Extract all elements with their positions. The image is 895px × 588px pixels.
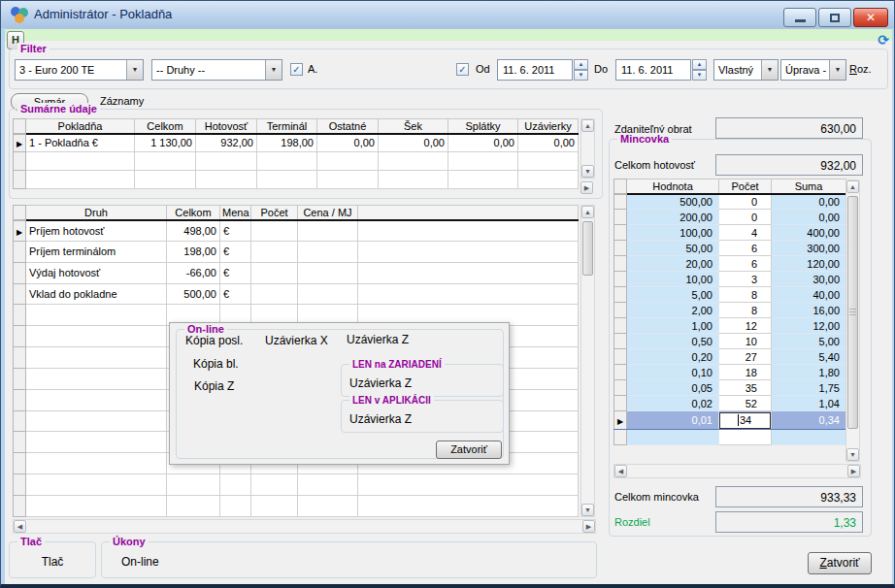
tlac-group-label: Tlač <box>17 536 45 548</box>
scroll-up-icon[interactable]: ▲ <box>581 206 594 218</box>
range-combo[interactable]: Vlastný ▼ <box>713 59 779 81</box>
scroll-right-icon[interactable]: ▶ <box>847 465 860 477</box>
ukony-group-label: Úkony <box>110 536 149 548</box>
detail-row[interactable]: ▶ Príjem hotovosť498,00€ <box>14 220 579 242</box>
maximize-icon <box>830 14 840 22</box>
register-combo[interactable]: 3 - Euro 200 TE ▼ <box>15 59 144 81</box>
mincovka-hscrollbar[interactable]: ◀ ▶ <box>613 464 861 478</box>
online-command[interactable]: On-line <box>121 555 159 569</box>
summary-row[interactable]: ▶ 1 - Pokladňa €1 130,00932,00 198,000,0… <box>14 134 579 152</box>
kopia-bl-command[interactable]: Kópia bl. <box>193 357 239 371</box>
date-to-spinner[interactable]: ▲ ▼ <box>692 59 707 81</box>
row-marker-icon: ▶ <box>17 228 22 237</box>
range-combo-value: Vlastný <box>714 60 761 80</box>
detail-header-row: DruhCelkom MenaPočet Cena / MJ <box>14 206 579 220</box>
rozdiel-label: Rozdiel <box>614 516 650 528</box>
summary-header-row: PokladňaCelkom HotovosťTerminál OstatnéŠ… <box>14 119 579 134</box>
detail-vscroll-thumb[interactable] <box>582 221 593 276</box>
detail-hscrollbar[interactable]: ◀ ▶ <box>13 519 596 534</box>
mincovka-vscroll-thumb[interactable] <box>847 196 858 429</box>
scroll-right-icon[interactable]: ▶ <box>582 520 595 533</box>
mincovka-row[interactable]: 500,00 0 0,00 <box>614 194 846 210</box>
thumb-grip-icon <box>849 309 856 316</box>
mincovka-row[interactable]: 0,05 35 1,75 <box>614 380 846 396</box>
row-marker-icon: ▶ <box>617 417 623 426</box>
sort-combo[interactable]: Úprava - dátum ▼ <box>780 59 846 81</box>
mincovka-row[interactable]: 0,20 27 5,40 <box>614 349 846 365</box>
mincovka-group-label: Mincovka <box>617 133 672 146</box>
summary-hscroll-right-icon[interactable]: ▶ <box>580 181 593 194</box>
kopia-z-command[interactable]: Kópia Z <box>194 379 234 393</box>
spin-down-icon[interactable]: ▼ <box>574 70 588 81</box>
summary-table: PokladňaCelkom HotovosťTerminál OstatnéŠ… <box>13 118 579 189</box>
uzavierka-z-app-command[interactable]: Uzávierka Z <box>349 412 412 426</box>
pocet-edit-input[interactable]: 34 <box>719 412 771 429</box>
spin-up-icon[interactable]: ▲ <box>574 59 588 70</box>
summary-vscrollbar[interactable]: ▲ ▼ <box>580 118 595 179</box>
zatvorit-button[interactable]: Zatvoriť <box>808 552 872 574</box>
mincovka-row[interactable]: 0,10 18 1,80 <box>614 365 846 380</box>
title-bar[interactable]: Administrátor - Pokladňa ✕ <box>1 1 894 28</box>
spin-up-icon[interactable]: ▲ <box>692 59 707 70</box>
scroll-left-icon[interactable]: ◀ <box>614 465 627 477</box>
uzavierka-x-command[interactable]: Uzávierka X <box>265 334 328 347</box>
detail-row[interactable]: ▶ <box>14 495 579 516</box>
mincovka-row[interactable]: 0,50 10 5,00 <box>614 334 846 349</box>
mincovka-row[interactable]: 0,02 52 1,04 <box>614 396 846 411</box>
scroll-up-icon[interactable]: ▲ <box>581 119 594 132</box>
mincovka-row[interactable]: 2,00 8 16,00 <box>614 303 846 318</box>
summary-row[interactable]: ▶ <box>14 171 579 189</box>
maximize-button[interactable] <box>818 8 851 27</box>
mincovka-row[interactable]: 100,00 4 400,00 <box>614 225 846 241</box>
mincovka-row[interactable]: 50,00 6 300,00 <box>614 241 846 256</box>
refresh-icon[interactable]: ⟳ <box>875 31 892 49</box>
spin-down-icon[interactable]: ▼ <box>692 70 707 81</box>
mincovka-row[interactable]: 20,00 6 120,00 <box>614 256 846 272</box>
date-range-checkbox[interactable]: ✓ <box>456 63 469 76</box>
mincovka-row[interactable]: 1,00 12 12,00 <box>614 318 846 334</box>
len-na-zariadeni-label: LEN na ZARIADENÍ <box>349 358 445 371</box>
detail-row[interactable]: ▶ Vklad do pokladne500,00€ <box>14 283 579 305</box>
close-button[interactable]: ✕ <box>853 8 888 27</box>
tlac-command[interactable]: Tlač <box>10 555 95 569</box>
a-checkbox-label: A. <box>308 63 317 75</box>
kopia-posl-command[interactable]: Kópia posl. <box>185 334 243 347</box>
scroll-left-icon[interactable]: ◀ <box>14 520 26 533</box>
chevron-down-icon[interactable]: ▼ <box>829 60 845 80</box>
celkom-mincovka-label: Celkom mincovka <box>614 491 699 503</box>
mincovka-empty-row <box>614 430 846 445</box>
tab-zaznamy[interactable]: Záznamy <box>100 95 144 107</box>
chevron-down-icon[interactable]: ▼ <box>126 60 143 80</box>
roz-link[interactable]: Roz. <box>849 63 872 75</box>
mincovka-row[interactable]: 10,00 3 30,00 <box>614 272 846 287</box>
chevron-down-icon[interactable]: ▼ <box>265 60 282 80</box>
popup-zatvorit-button[interactable]: Zatvoriť <box>436 441 502 459</box>
detail-row[interactable]: ▶ Príjem terminálom198,00€ <box>14 241 579 262</box>
len-v-aplikacii-label: LEN v APLIKÁCII <box>349 394 434 407</box>
len-v-aplikacii-group: LEN v APLIKÁCII Uzávierka Z <box>341 400 504 433</box>
ukony-group: Úkony On-line <box>101 541 597 578</box>
scroll-down-icon[interactable]: ▼ <box>581 165 594 178</box>
mincovka-vscrollbar[interactable]: ▲ ▼ <box>845 180 860 462</box>
date-to-field[interactable]: 11. 6. 2011 <box>615 59 691 81</box>
minimize-button[interactable] <box>783 8 816 27</box>
detail-row[interactable]: ▶ Výdaj hotovosť-66,00€ <box>14 262 579 283</box>
summary-row[interactable]: ▶ <box>14 152 579 171</box>
celkom-hotovost-value: 932,00 <box>715 154 863 176</box>
a-checkbox[interactable]: ✓ <box>290 63 303 76</box>
mincovka-row[interactable]: 5,00 8 40,00 <box>614 287 846 303</box>
scroll-down-icon[interactable]: ▼ <box>846 448 859 461</box>
detail-row[interactable]: ▶ <box>14 474 579 496</box>
mincovka-row[interactable]: 200,00 0 0,00 <box>614 210 846 225</box>
scroll-down-icon[interactable]: ▼ <box>581 504 594 516</box>
scroll-up-icon[interactable]: ▲ <box>846 180 859 193</box>
uzavierka-z-command[interactable]: Uzávierka Z <box>347 333 409 346</box>
mincovka-editing-row[interactable]: ▶ 0,01 34 0,34 <box>614 411 846 430</box>
chevron-down-icon[interactable]: ▼ <box>761 60 778 80</box>
date-from-spinner[interactable]: ▲ ▼ <box>574 59 588 81</box>
druhy-combo[interactable]: -- Druhy -- ▼ <box>151 59 282 81</box>
date-from-field[interactable]: 11. 6. 2011 <box>497 59 573 81</box>
uzavierka-z-device-command[interactable]: Uzávierka Z <box>349 376 412 390</box>
celkom-hotovost-label: Celkom hotovosť <box>614 159 695 171</box>
detail-vscrollbar[interactable]: ▲ ▼ <box>580 205 595 517</box>
